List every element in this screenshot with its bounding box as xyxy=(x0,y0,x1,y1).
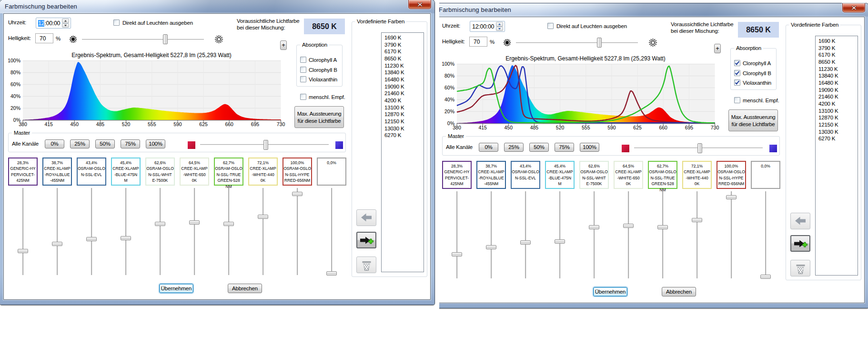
svg-text:100%: 100% xyxy=(8,58,20,63)
svg-text:695: 695 xyxy=(251,121,260,127)
svg-text:520: 520 xyxy=(122,121,131,127)
svg-text:555: 555 xyxy=(148,121,156,127)
svg-text:660: 660 xyxy=(225,121,233,127)
svg-text:60%: 60% xyxy=(10,81,20,87)
svg-text:40%: 40% xyxy=(10,93,20,99)
svg-text:590: 590 xyxy=(607,125,616,130)
svg-text:625: 625 xyxy=(199,121,208,127)
svg-text:730: 730 xyxy=(711,125,719,130)
svg-text:80%: 80% xyxy=(10,69,20,75)
svg-text:625: 625 xyxy=(633,125,642,130)
svg-text:485: 485 xyxy=(530,125,539,130)
svg-text:0%: 0% xyxy=(447,120,454,126)
svg-text:40%: 40% xyxy=(444,97,454,102)
svg-text:100%: 100% xyxy=(442,61,454,67)
svg-text:660: 660 xyxy=(659,125,667,130)
svg-text:590: 590 xyxy=(173,121,182,127)
svg-text:80%: 80% xyxy=(444,73,454,79)
svg-text:20%: 20% xyxy=(444,108,454,114)
svg-text:730: 730 xyxy=(277,121,285,127)
svg-text:555: 555 xyxy=(582,125,590,130)
svg-text:0%: 0% xyxy=(13,117,20,123)
svg-text:485: 485 xyxy=(96,121,105,127)
svg-text:695: 695 xyxy=(685,125,694,130)
svg-text:415: 415 xyxy=(478,125,487,130)
svg-text:20%: 20% xyxy=(10,105,20,111)
svg-text:415: 415 xyxy=(44,121,53,127)
svg-text:60%: 60% xyxy=(444,85,454,90)
svg-text:520: 520 xyxy=(556,125,565,130)
svg-text:450: 450 xyxy=(505,125,513,130)
svg-text:450: 450 xyxy=(71,121,79,127)
